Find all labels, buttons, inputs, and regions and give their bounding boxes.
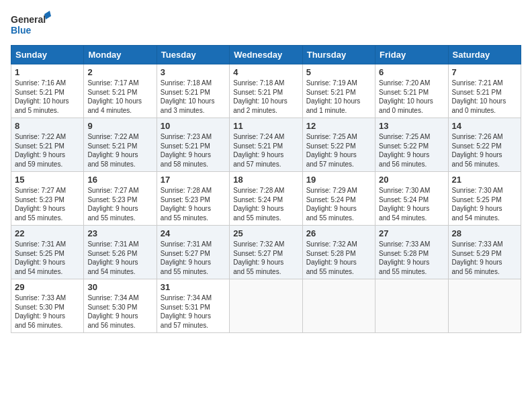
calendar-day-cell: 5Sunrise: 7:19 AM Sunset: 5:21 PM Daylig… bbox=[302, 64, 375, 118]
calendar-day-cell bbox=[230, 279, 302, 333]
day-info: Sunrise: 7:31 AM Sunset: 5:25 PM Dayligh… bbox=[15, 240, 80, 276]
calendar-week-row: 8Sunrise: 7:22 AM Sunset: 5:21 PM Daylig… bbox=[11, 118, 521, 172]
day-info: Sunrise: 7:27 AM Sunset: 5:23 PM Dayligh… bbox=[15, 186, 80, 222]
calendar-day-cell: 10Sunrise: 7:23 AM Sunset: 5:21 PM Dayli… bbox=[157, 118, 229, 172]
day-info: Sunrise: 7:22 AM Sunset: 5:21 PM Dayligh… bbox=[15, 132, 80, 169]
day-number: 25 bbox=[233, 228, 298, 238]
calendar-week-row: 29Sunrise: 7:33 AM Sunset: 5:30 PM Dayli… bbox=[11, 279, 521, 333]
calendar-day-cell: 27Sunrise: 7:33 AM Sunset: 5:28 PM Dayli… bbox=[375, 226, 448, 279]
day-number: 17 bbox=[161, 175, 226, 185]
day-info: Sunrise: 7:30 AM Sunset: 5:24 PM Dayligh… bbox=[379, 186, 444, 222]
day-number: 14 bbox=[452, 121, 517, 131]
calendar-day-cell bbox=[375, 279, 448, 333]
page-header: General Blue bbox=[11, 11, 521, 41]
day-info: Sunrise: 7:33 AM Sunset: 5:30 PM Dayligh… bbox=[15, 293, 80, 330]
day-number: 6 bbox=[379, 67, 444, 77]
day-number: 11 bbox=[233, 121, 298, 131]
day-info: Sunrise: 7:30 AM Sunset: 5:25 PM Dayligh… bbox=[452, 186, 517, 222]
weekday-header: Thursday bbox=[302, 46, 375, 64]
day-info: Sunrise: 7:33 AM Sunset: 5:28 PM Dayligh… bbox=[379, 240, 444, 276]
calendar-day-cell: 17Sunrise: 7:28 AM Sunset: 5:23 PM Dayli… bbox=[157, 172, 229, 226]
day-info: Sunrise: 7:29 AM Sunset: 5:24 PM Dayligh… bbox=[306, 186, 371, 222]
svg-text:General: General bbox=[11, 14, 46, 25]
calendar-day-cell: 14Sunrise: 7:26 AM Sunset: 5:22 PM Dayli… bbox=[448, 118, 521, 172]
day-info: Sunrise: 7:20 AM Sunset: 5:21 PM Dayligh… bbox=[379, 79, 444, 115]
day-info: Sunrise: 7:23 AM Sunset: 5:21 PM Dayligh… bbox=[161, 132, 226, 169]
day-number: 26 bbox=[306, 228, 371, 238]
calendar-week-row: 22Sunrise: 7:31 AM Sunset: 5:25 PM Dayli… bbox=[11, 226, 521, 279]
day-number: 8 bbox=[15, 121, 80, 131]
calendar-day-cell: 19Sunrise: 7:29 AM Sunset: 5:24 PM Dayli… bbox=[302, 172, 375, 226]
calendar-day-cell: 22Sunrise: 7:31 AM Sunset: 5:25 PM Dayli… bbox=[11, 226, 84, 279]
day-number: 12 bbox=[306, 121, 371, 131]
calendar-day-cell: 8Sunrise: 7:22 AM Sunset: 5:21 PM Daylig… bbox=[11, 118, 84, 172]
logo-svg: General Blue bbox=[11, 11, 51, 41]
day-number: 31 bbox=[161, 282, 226, 292]
day-info: Sunrise: 7:33 AM Sunset: 5:29 PM Dayligh… bbox=[452, 240, 517, 276]
day-number: 28 bbox=[452, 228, 517, 238]
day-number: 30 bbox=[87, 282, 152, 292]
calendar-day-cell: 26Sunrise: 7:32 AM Sunset: 5:28 PM Dayli… bbox=[302, 226, 375, 279]
day-number: 4 bbox=[233, 67, 298, 77]
day-number: 21 bbox=[452, 175, 517, 185]
calendar-day-cell: 30Sunrise: 7:34 AM Sunset: 5:30 PM Dayli… bbox=[84, 279, 157, 333]
calendar-header-row: SundayMondayTuesdayWednesdayThursdayFrid… bbox=[11, 46, 521, 64]
calendar-week-row: 15Sunrise: 7:27 AM Sunset: 5:23 PM Dayli… bbox=[11, 172, 521, 226]
calendar-body: 1Sunrise: 7:16 AM Sunset: 5:21 PM Daylig… bbox=[11, 64, 521, 333]
calendar-day-cell: 2Sunrise: 7:17 AM Sunset: 5:21 PM Daylig… bbox=[84, 64, 157, 118]
calendar-day-cell: 1Sunrise: 7:16 AM Sunset: 5:21 PM Daylig… bbox=[11, 64, 84, 118]
weekday-header: Saturday bbox=[448, 46, 521, 64]
day-info: Sunrise: 7:31 AM Sunset: 5:26 PM Dayligh… bbox=[87, 240, 152, 276]
day-number: 23 bbox=[87, 228, 152, 238]
calendar-day-cell: 4Sunrise: 7:18 AM Sunset: 5:21 PM Daylig… bbox=[230, 64, 302, 118]
day-number: 16 bbox=[87, 175, 152, 185]
day-info: Sunrise: 7:28 AM Sunset: 5:24 PM Dayligh… bbox=[233, 186, 298, 222]
day-info: Sunrise: 7:19 AM Sunset: 5:21 PM Dayligh… bbox=[306, 79, 371, 115]
calendar-day-cell: 29Sunrise: 7:33 AM Sunset: 5:30 PM Dayli… bbox=[11, 279, 84, 333]
day-number: 22 bbox=[15, 228, 80, 238]
day-number: 24 bbox=[161, 228, 226, 238]
weekday-header: Tuesday bbox=[157, 46, 229, 64]
day-number: 7 bbox=[452, 67, 517, 77]
day-info: Sunrise: 7:32 AM Sunset: 5:27 PM Dayligh… bbox=[233, 240, 298, 276]
calendar-day-cell: 20Sunrise: 7:30 AM Sunset: 5:24 PM Dayli… bbox=[375, 172, 448, 226]
calendar-day-cell: 9Sunrise: 7:22 AM Sunset: 5:21 PM Daylig… bbox=[84, 118, 157, 172]
day-info: Sunrise: 7:22 AM Sunset: 5:21 PM Dayligh… bbox=[87, 132, 152, 169]
day-number: 13 bbox=[379, 121, 444, 131]
day-info: Sunrise: 7:26 AM Sunset: 5:22 PM Dayligh… bbox=[452, 132, 517, 169]
day-info: Sunrise: 7:21 AM Sunset: 5:21 PM Dayligh… bbox=[452, 79, 517, 115]
calendar-day-cell: 31Sunrise: 7:34 AM Sunset: 5:31 PM Dayli… bbox=[157, 279, 229, 333]
calendar-day-cell: 6Sunrise: 7:20 AM Sunset: 5:21 PM Daylig… bbox=[375, 64, 448, 118]
calendar-day-cell: 16Sunrise: 7:27 AM Sunset: 5:23 PM Dayli… bbox=[84, 172, 157, 226]
day-number: 9 bbox=[87, 121, 152, 131]
day-info: Sunrise: 7:25 AM Sunset: 5:22 PM Dayligh… bbox=[306, 132, 371, 169]
weekday-header: Friday bbox=[375, 46, 448, 64]
day-number: 27 bbox=[379, 228, 444, 238]
day-info: Sunrise: 7:18 AM Sunset: 5:21 PM Dayligh… bbox=[233, 79, 298, 115]
calendar-day-cell: 11Sunrise: 7:24 AM Sunset: 5:21 PM Dayli… bbox=[230, 118, 302, 172]
day-info: Sunrise: 7:28 AM Sunset: 5:23 PM Dayligh… bbox=[161, 186, 226, 222]
calendar-day-cell: 13Sunrise: 7:25 AM Sunset: 5:22 PM Dayli… bbox=[375, 118, 448, 172]
day-number: 3 bbox=[161, 67, 226, 77]
day-info: Sunrise: 7:25 AM Sunset: 5:22 PM Dayligh… bbox=[379, 132, 444, 169]
calendar-day-cell: 18Sunrise: 7:28 AM Sunset: 5:24 PM Dayli… bbox=[230, 172, 302, 226]
day-info: Sunrise: 7:18 AM Sunset: 5:21 PM Dayligh… bbox=[161, 79, 226, 115]
calendar-table: SundayMondayTuesdayWednesdayThursdayFrid… bbox=[11, 45, 521, 333]
calendar-day-cell: 7Sunrise: 7:21 AM Sunset: 5:21 PM Daylig… bbox=[448, 64, 521, 118]
day-number: 5 bbox=[306, 67, 371, 77]
calendar-day-cell: 23Sunrise: 7:31 AM Sunset: 5:26 PM Dayli… bbox=[84, 226, 157, 279]
day-info: Sunrise: 7:34 AM Sunset: 5:31 PM Dayligh… bbox=[161, 293, 226, 330]
day-number: 2 bbox=[87, 67, 152, 77]
calendar-day-cell: 12Sunrise: 7:25 AM Sunset: 5:22 PM Dayli… bbox=[302, 118, 375, 172]
day-info: Sunrise: 7:31 AM Sunset: 5:27 PM Dayligh… bbox=[161, 240, 226, 276]
weekday-header: Sunday bbox=[11, 46, 84, 64]
calendar-day-cell: 21Sunrise: 7:30 AM Sunset: 5:25 PM Dayli… bbox=[448, 172, 521, 226]
day-number: 18 bbox=[233, 175, 298, 185]
day-info: Sunrise: 7:24 AM Sunset: 5:21 PM Dayligh… bbox=[233, 132, 298, 169]
calendar-day-cell: 15Sunrise: 7:27 AM Sunset: 5:23 PM Dayli… bbox=[11, 172, 84, 226]
calendar-day-cell bbox=[302, 279, 375, 333]
day-number: 15 bbox=[15, 175, 80, 185]
calendar-day-cell bbox=[448, 279, 521, 333]
day-info: Sunrise: 7:16 AM Sunset: 5:21 PM Dayligh… bbox=[15, 79, 80, 115]
calendar-day-cell: 25Sunrise: 7:32 AM Sunset: 5:27 PM Dayli… bbox=[230, 226, 302, 279]
